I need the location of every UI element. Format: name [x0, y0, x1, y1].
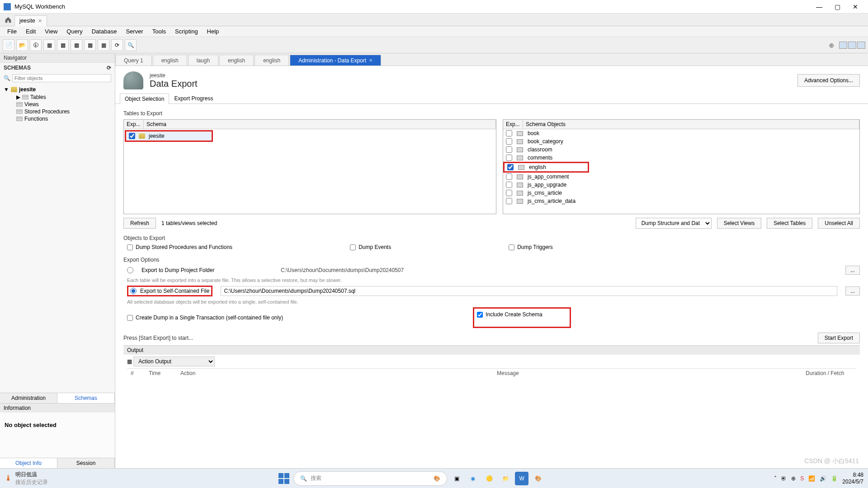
advanced-options-button[interactable]: Advanced Options... [797, 74, 860, 87]
toolbar-btn-6[interactable]: ▦ [71, 39, 82, 51]
browse-folder-button[interactable]: ... [845, 266, 860, 275]
subtab-export-progress[interactable]: Export Progress [169, 93, 218, 103]
tab-administration[interactable]: Administration [0, 393, 57, 403]
object-row[interactable]: comments [503, 154, 859, 162]
menu-help[interactable]: Help [203, 27, 224, 36]
subtab-object-selection[interactable]: Object Selection [120, 94, 169, 104]
chevron-up-icon[interactable]: ˄ [774, 475, 777, 482]
paint-icon[interactable]: 🎨 [531, 472, 545, 485]
toolbar-new-sql[interactable]: 📄 [3, 39, 14, 51]
query-tab-active[interactable]: Administration - Data Export✕ [290, 55, 381, 66]
refresh-button[interactable]: Refresh [123, 218, 156, 229]
object-row[interactable]: book_category [503, 137, 859, 145]
query-tab[interactable]: laugh [188, 55, 218, 66]
tree-sp[interactable]: Stored Procedures [4, 108, 111, 115]
object-checkbox[interactable] [506, 174, 512, 180]
browse-file-button[interactable]: ... [845, 286, 860, 296]
weather-widget[interactable]: 🌡 明日低温 接近历史记录 [5, 471, 48, 486]
close-icon[interactable]: ✕ [369, 58, 373, 63]
menu-edit[interactable]: Edit [21, 27, 40, 36]
object-checkbox[interactable] [506, 138, 512, 145]
close-icon[interactable]: ✕ [38, 18, 42, 24]
schema-row[interactable]: jeesite [126, 131, 212, 141]
menu-query[interactable]: Query [62, 27, 87, 36]
tree-functions[interactable]: Functions [4, 115, 111, 122]
chk-dump-triggers[interactable]: Dump Triggers [509, 244, 553, 250]
connection-tab[interactable]: jeesite ✕ [14, 15, 47, 26]
toolbar-btn-7[interactable]: ▦ [84, 39, 96, 51]
taskbar-search[interactable]: 🔍 搜索 🎨 [293, 471, 447, 486]
minimize-button[interactable]: — [810, 0, 828, 13]
clock[interactable]: 8:48 2024/5/7 [842, 472, 863, 485]
object-checkbox[interactable] [506, 130, 512, 136]
output-type-select[interactable]: Action Output [133, 357, 215, 366]
object-checkbox[interactable] [507, 164, 514, 170]
select-views-button[interactable]: Select Views [717, 218, 761, 229]
tab-session[interactable]: Session [57, 458, 115, 468]
close-button[interactable]: ✕ [846, 0, 864, 13]
chk-single-transaction[interactable]: Create Dump in a Single Transaction (sel… [127, 314, 283, 321]
volume-icon[interactable]: 🔊 [820, 475, 826, 482]
menu-view[interactable]: View [40, 27, 62, 36]
tray-icon[interactable]: ⊕ [791, 475, 796, 482]
filter-input[interactable] [12, 74, 111, 82]
menu-file[interactable]: File [3, 27, 21, 36]
chk-dump-events[interactable]: Dump Events [350, 244, 391, 250]
file-path-input[interactable] [221, 286, 837, 296]
unselect-all-button[interactable]: Unselect All [818, 218, 860, 229]
toolbar-btn-8[interactable]: ▦ [98, 39, 109, 51]
object-row[interactable]: js_app_upgrade [503, 181, 859, 189]
query-tab[interactable]: english [219, 55, 254, 66]
maximize-button[interactable]: ▢ [828, 0, 846, 13]
object-checkbox[interactable] [506, 146, 512, 153]
panel-toggle-2[interactable] [848, 42, 856, 49]
toolbar-btn-4[interactable]: ▦ [43, 39, 55, 51]
refresh-icon[interactable]: ⟳ [107, 65, 111, 71]
tab-object-info[interactable]: Object Info [0, 458, 57, 468]
object-row[interactable]: js_cms_article [503, 189, 859, 197]
object-row[interactable]: english [505, 163, 588, 171]
tree-db[interactable]: ▼ jeesite [4, 85, 111, 94]
tray-icon[interactable]: S [800, 475, 804, 482]
dump-type-select[interactable]: Dump Structure and Dat [636, 218, 712, 229]
tree-tables[interactable]: ▶Tables [4, 94, 111, 101]
start-button[interactable] [277, 472, 291, 485]
toolbar-btn-9[interactable]: ⟳ [111, 39, 123, 51]
object-row[interactable]: classroom [503, 145, 859, 154]
menu-scripting[interactable]: Scripting [170, 27, 203, 36]
tab-schemas[interactable]: Schemas [57, 393, 115, 403]
toolbar-btn-5[interactable]: ▦ [57, 39, 69, 51]
schema-checkbox[interactable] [129, 133, 135, 139]
menu-database[interactable]: Database [87, 27, 122, 36]
menu-tools[interactable]: Tools [148, 27, 170, 36]
select-tables-button[interactable]: Select Tables [767, 218, 812, 229]
chrome-icon[interactable]: 🟡 [482, 472, 496, 485]
taskview-icon[interactable]: ▣ [450, 472, 463, 485]
schema-tree[interactable]: ▼ jeesite ▶Tables Views Stored Procedure… [0, 84, 115, 393]
tray-icon[interactable]: ⛨ [781, 475, 787, 482]
object-checkbox[interactable] [506, 155, 512, 161]
edge-icon[interactable]: ◉ [466, 472, 480, 485]
object-row[interactable]: js_app_comment [503, 173, 859, 181]
query-tab[interactable]: Query 1 [115, 55, 152, 66]
chk-dump-sp[interactable]: Dump Stored Procedures and Functions [127, 244, 232, 250]
chk-include-create-schema[interactable]: Include Create Schema [477, 311, 542, 318]
system-tray[interactable]: ˄ ⛨ ⊕ S 📶 🔊 🔋 8:48 2024/5/7 [774, 472, 863, 485]
panel-toggle-1[interactable] [839, 42, 847, 49]
object-row[interactable]: book [503, 129, 859, 137]
object-checkbox[interactable] [506, 182, 512, 188]
tree-views[interactable]: Views [4, 101, 111, 108]
schema-list[interactable]: Exp... Schema jeesite [123, 119, 496, 214]
home-icon[interactable] [4, 15, 13, 24]
menu-server[interactable]: Server [121, 27, 147, 36]
schema-objects-list[interactable]: Exp... Schema Objects bookbook_categoryc… [503, 119, 860, 214]
app-icon-1[interactable]: 📁 [499, 472, 512, 485]
object-checkbox[interactable] [506, 198, 512, 204]
panel-toggle-3[interactable] [857, 42, 865, 49]
radio-dump-folder[interactable] [127, 267, 133, 273]
start-export-button[interactable]: Start Export [818, 333, 860, 343]
wifi-icon[interactable]: 📶 [808, 475, 815, 482]
workbench-icon[interactable]: W [515, 472, 528, 485]
object-row[interactable]: js_cms_article_data [503, 197, 859, 205]
object-checkbox[interactable] [506, 190, 512, 196]
